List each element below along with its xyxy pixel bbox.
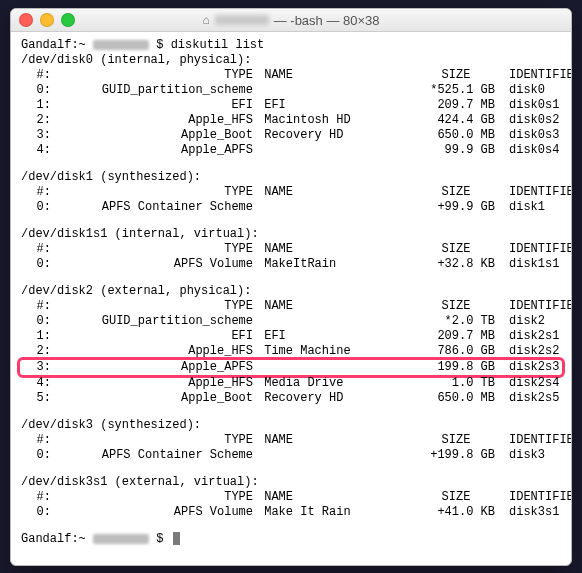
partition-size: 199.8 GB — [417, 360, 495, 375]
partition-identifier: disk3 — [495, 448, 545, 463]
partition-type: APFS Volume — [51, 257, 253, 272]
partition-name — [253, 143, 417, 158]
col-header-name: NAME — [253, 490, 417, 505]
partition-size: 424.4 GB — [417, 113, 495, 128]
partition-type: Apple_Boot — [51, 391, 253, 406]
col-header-size: SIZE — [417, 242, 495, 257]
partition-identifier: disk2 — [495, 314, 545, 329]
highlighted-row: 3:Apple_APFS 199.8 GBdisk2s3 — [17, 357, 565, 378]
partition-identifier: disk0s3 — [495, 128, 559, 143]
column-header-row: #:TYPE NAMESIZEIDENTIFIER — [21, 68, 561, 83]
partition-name — [253, 314, 417, 329]
partition-index: 2: — [21, 344, 51, 359]
partition-size: 209.7 MB — [417, 98, 495, 113]
partition-row: 1:EFI EFI209.7 MBdisk2s1 — [21, 329, 561, 344]
col-header-identifier: IDENTIFIER — [495, 490, 572, 505]
partition-row: 0:APFS Container Scheme +99.9 GBdisk1 — [21, 200, 561, 215]
col-header-identifier: IDENTIFIER — [495, 299, 572, 314]
column-header-row: #:TYPE NAMESIZEIDENTIFIER — [21, 185, 561, 200]
col-header-size: SIZE — [417, 68, 495, 83]
partition-row: 0:GUID_partition_scheme *525.1 GBdisk0 — [21, 83, 561, 98]
partition-index: 4: — [21, 143, 51, 158]
command-text: diskutil list — [171, 38, 265, 52]
partition-size: *2.0 TB — [417, 314, 495, 329]
col-header-name: NAME — [253, 68, 417, 83]
partition-row: 3:Apple_APFS 199.8 GBdisk2s3 — [21, 360, 561, 375]
partition-name: MakeItRain — [253, 257, 417, 272]
home-icon: ⌂ — [202, 14, 209, 26]
titlebar[interactable]: ⌂ — -bash — 80×38 — [11, 9, 571, 32]
partition-index: 0: — [21, 314, 51, 329]
partition-row: 3:Apple_Boot Recovery HD650.0 MBdisk0s3 — [21, 128, 561, 143]
partition-index: 0: — [21, 505, 51, 520]
partition-type: Apple_HFS — [51, 113, 253, 128]
device-text: /dev/disk0 (internal, physical): — [21, 53, 251, 67]
col-header-name: NAME — [253, 299, 417, 314]
partition-type: APFS Volume — [51, 505, 253, 520]
partition-index: 0: — [21, 83, 51, 98]
device-text: /dev/disk3 (synthesized): — [21, 418, 201, 432]
partition-row: 4:Apple_APFS 99.9 GBdisk0s4 — [21, 143, 561, 158]
partition-name — [253, 200, 417, 215]
partition-index: 3: — [21, 360, 51, 375]
device-line: /dev/disk2 (external, physical): — [21, 284, 561, 299]
partition-type: APFS Container Scheme — [51, 448, 253, 463]
partition-name: EFI — [253, 98, 417, 113]
col-header-index: #: — [21, 433, 51, 448]
partition-index: 1: — [21, 329, 51, 344]
partition-size: 650.0 MB — [417, 391, 495, 406]
partition-identifier: disk3s1 — [495, 505, 559, 520]
partition-size: 1.0 TB — [417, 376, 495, 391]
col-header-name: NAME — [253, 242, 417, 257]
partition-index: 5: — [21, 391, 51, 406]
partition-name: Macintosh HD — [253, 113, 417, 128]
partition-row: 0:GUID_partition_scheme *2.0 TBdisk2 — [21, 314, 561, 329]
col-header-type: TYPE — [51, 242, 253, 257]
col-header-type: TYPE — [51, 185, 253, 200]
window-title: ⌂ — -bash — 80×38 — [11, 13, 571, 28]
partition-identifier: disk0s1 — [495, 98, 559, 113]
device-line: /dev/disk3s1 (external, virtual): — [21, 475, 561, 490]
device-text: /dev/disk1 (synthesized): — [21, 170, 201, 184]
col-header-index: #: — [21, 242, 51, 257]
column-header-row: #:TYPE NAMESIZEIDENTIFIER — [21, 490, 561, 505]
partition-type: Apple_APFS — [51, 143, 253, 158]
partition-name: Media Drive — [253, 376, 417, 391]
partition-name: EFI — [253, 329, 417, 344]
device-line: /dev/disk1 (synthesized): — [21, 170, 561, 185]
partition-index: 1: — [21, 98, 51, 113]
device-line: /dev/disk3 (synthesized): — [21, 418, 561, 433]
terminal-window: ⌂ — -bash — 80×38 Gandalf:~ $ diskutil l… — [10, 8, 572, 566]
col-header-identifier: IDENTIFIER — [495, 185, 572, 200]
terminal-body[interactable]: Gandalf:~ $ diskutil list/dev/disk0 (int… — [11, 32, 571, 565]
partition-name: Recovery HD — [253, 391, 417, 406]
partition-row: 2:Apple_HFS Time Machine786.0 GBdisk2s2 — [21, 344, 561, 359]
device-line: /dev/disk1s1 (internal, virtual): — [21, 227, 561, 242]
cursor — [173, 532, 180, 545]
partition-identifier: disk0s2 — [495, 113, 559, 128]
col-header-index: #: — [21, 185, 51, 200]
partition-name: Recovery HD — [253, 128, 417, 143]
partition-index: 0: — [21, 200, 51, 215]
partition-identifier: disk0 — [495, 83, 545, 98]
prompt-user-redacted — [93, 534, 149, 544]
partition-type: Apple_APFS — [51, 360, 253, 375]
partition-name: Time Machine — [253, 344, 417, 359]
partition-row: 0:APFS Volume Make It Rain+41.0 KBdisk3s… — [21, 505, 561, 520]
column-header-row: #:TYPE NAMESIZEIDENTIFIER — [21, 433, 561, 448]
partition-identifier: disk1 — [495, 200, 545, 215]
prompt-host: Gandalf:~ — [21, 532, 93, 546]
device-text: /dev/disk2 (external, physical): — [21, 284, 251, 298]
partition-row: 0:APFS Container Scheme +199.8 GBdisk3 — [21, 448, 561, 463]
partition-row: 2:Apple_HFS Macintosh HD424.4 GBdisk0s2 — [21, 113, 561, 128]
partition-size: 99.9 GB — [417, 143, 495, 158]
col-header-size: SIZE — [417, 299, 495, 314]
partition-size: 650.0 MB — [417, 128, 495, 143]
partition-row: 0:APFS Volume MakeItRain+32.8 KBdisk1s1 — [21, 257, 561, 272]
device-line: /dev/disk0 (internal, physical): — [21, 53, 561, 68]
partition-type: Apple_Boot — [51, 128, 253, 143]
partition-index: 4: — [21, 376, 51, 391]
title-suffix: — -bash — 80×38 — [274, 13, 380, 28]
col-header-size: SIZE — [417, 490, 495, 505]
partition-type: Apple_HFS — [51, 376, 253, 391]
